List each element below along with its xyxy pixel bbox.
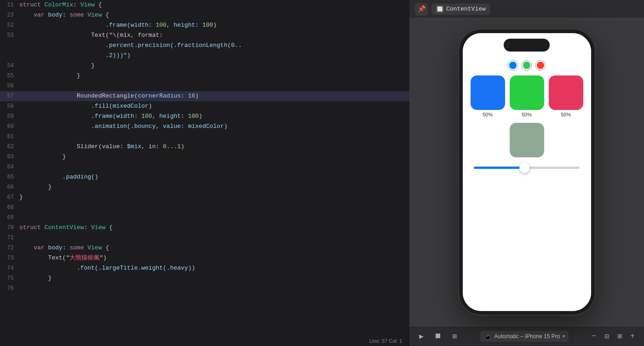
line-content: struct ColorMix: View { [19,0,404,10]
table-row: 62 Slider(value: $mix, in: 0...1) [0,142,409,152]
mixed-box-row [510,123,544,157]
line-number: 76 [0,283,19,294]
zoom-actual-button[interactable]: ⊡ [601,330,613,342]
table-row: 52 .frame(width: 100, height: 100) [0,20,409,30]
line-content: var body: some View { [19,243,404,253]
table-row: 69 [0,213,409,223]
slider-thumb[interactable] [519,163,529,173]
mixed-color-box [510,123,544,157]
bottom-left-icons: ▶ ⏹ ⊞ [415,330,461,343]
line-content: } [19,182,404,192]
table-row: 63 } [0,152,409,162]
line-content: } [19,192,404,202]
line-number: 58 [0,101,19,111]
table-row: 58 .fill(mixedColor) [0,101,409,111]
device-selector[interactable]: 📱 Automatic – iPhone 15 Pro ▾ [480,331,569,342]
table-row: 70struct ContentView: View { [0,223,409,233]
table-row: 65 .padding() [0,172,409,182]
red-box [549,75,583,110]
line-number: 56 [0,81,19,91]
table-row: 59 .frame(width: 100, height: 100) [0,111,409,121]
green-box-wrapper: 50% [510,75,544,117]
code-editor[interactable]: 11struct ColorMix: View {23 var body: so… [0,0,409,346]
table-row: 74 .font(.largeTitle.weight(.heavy)) [0,263,409,273]
phone-area: 50% 50% 50% [409,18,644,326]
slider-fill [474,167,524,169]
slider-track[interactable] [474,167,580,169]
line-number: 70 [0,223,19,233]
table-row: 53 Text("\(mix, format: [0,30,409,40]
green-box-label: 50% [522,112,532,117]
line-content: } [19,273,404,283]
line-number: 62 [0,142,19,152]
preview-tab-label: ContentView [446,6,486,12]
line-number: 61 [0,132,19,142]
line-content: Text("大熊猫侯佩") [19,253,404,263]
green-box [510,75,544,110]
zoom-fit-button[interactable]: ⊞ [614,330,626,342]
line-number: 53 [0,30,19,40]
dynamic-island [504,39,550,52]
zoom-out-button[interactable]: − [588,330,600,342]
line-number: 73 [0,253,19,263]
blue-box-label: 50% [483,112,493,117]
line-number: 72 [0,243,19,253]
chevron-down-icon: ▾ [563,334,565,339]
line-content: } [19,61,404,71]
table-row: 60 .animation(.bouncy, value: mixedColor… [0,121,409,132]
line-content: } [19,152,404,162]
blue-circle [508,61,518,70]
preview-tab[interactable]: ⬜ ContentView [431,4,490,15]
table-row: .percent.precision(.fractionLength(0.. [0,40,409,51]
table-row: 68 [0,202,409,213]
preview-bottombar: ▶ ⏹ ⊞ 📱 Automatic – iPhone 15 Pro ▾ − ⊡ … [409,326,644,346]
table-row: 11struct ColorMix: View { [0,0,409,10]
status-bar: Line: 57 Col: 1 [0,336,409,346]
line-number: 59 [0,111,19,121]
table-row: 67} [0,192,409,202]
slider-row[interactable] [474,167,580,169]
line-number: 60 [0,121,19,132]
table-row: 72 var body: some View { [0,243,409,253]
line-number: 54 [0,61,19,71]
line-number: 66 [0,182,19,192]
line-content: Slider(value: $mix, in: 0...1) [19,142,404,152]
line-number: 65 [0,172,19,182]
device-icon: 📱 [484,333,492,340]
line-number: 52 [0,20,19,30]
line-content: .padding() [19,172,404,182]
line-content: .percent.precision(.fractionLength(0.. [19,40,404,51]
phone-screen: 50% 50% 50% [463,33,591,311]
table-row: .2)))") [0,51,409,61]
red-circle [536,61,545,70]
preview-panel: 📌 ⬜ ContentView 50% [409,0,644,346]
line-content: RoundedRectangle(cornerRadius: 16) [19,91,404,101]
table-row: 56 [0,81,409,91]
line-content: .font(.largeTitle.weight(.heavy)) [19,263,404,273]
table-row: 75 } [0,273,409,283]
zoom-controls: − ⊡ ⊞ + [588,330,638,342]
phone-frame: 50% 50% 50% [459,29,595,315]
line-content: var body: some View { [19,10,404,20]
table-row: 23 var body: some View { [0,10,409,20]
table-row: 71 [0,233,409,243]
table-row: 57 RoundedRectangle(cornerRadius: 16) [0,91,409,101]
grid-button[interactable]: ⊞ [448,330,461,343]
run-button[interactable]: ▶ [415,330,428,343]
table-row: 61 [0,132,409,142]
line-content: .animation(.bouncy, value: mixedColor) [19,121,404,132]
table-row: 76 [0,283,409,294]
line-content: .fill(mixedColor) [19,101,404,111]
line-number: 63 [0,152,19,162]
pin-button[interactable]: 📌 [415,3,428,16]
line-content: .frame(width: 100, height: 100) [19,111,404,121]
line-number: 74 [0,263,19,273]
line-number: 68 [0,202,19,213]
line-number: 64 [0,162,19,172]
blue-box-wrapper: 50% [471,75,505,117]
table-row: 66 } [0,182,409,192]
red-box-wrapper: 50% [549,75,583,117]
zoom-in-button[interactable]: + [627,330,638,342]
line-content: } [19,71,404,81]
stop-button[interactable]: ⏹ [431,330,444,343]
